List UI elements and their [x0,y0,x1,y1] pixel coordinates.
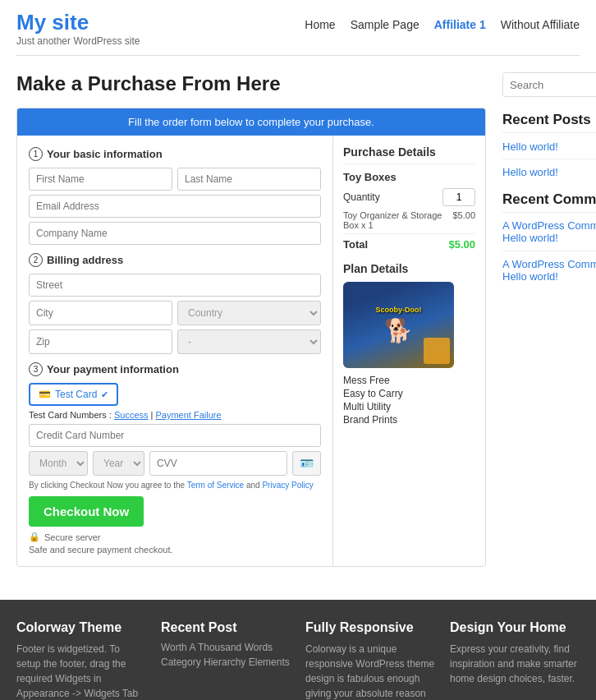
success-link[interactable]: Success [114,410,149,420]
nav-home[interactable]: Home [305,18,335,31]
test-card-label: Test Card [55,389,97,400]
form-header: Fill the order form below to complete yo… [17,108,485,136]
recent-post-link-2[interactable]: Hello world! [502,166,558,178]
purchase-title: Purchase Details [343,145,475,164]
step1-circle: 1 [29,147,43,161]
qty-input[interactable] [442,188,475,206]
nav-without-affiliate[interactable]: Without Affiliate [501,18,580,31]
card-type-row: 💳 Test Card ✔ [29,383,321,406]
city-country-row: Country [29,301,321,325]
form-body: 1 Your basic information [17,136,485,566]
footer-title-2: Recent Post [161,620,291,635]
city-input[interactable] [29,301,172,325]
step3-circle: 3 [29,362,43,376]
recent-post-1: Hello world! [502,140,596,159]
nav-affiliate1[interactable]: Affiliate 1 [434,18,486,31]
year-select[interactable]: Year [93,451,144,476]
total-row: Total $5.00 [343,233,475,251]
item-price: $5.00 [452,210,475,230]
recent-posts-section: Recent Posts Hello world! Hello world! [502,112,596,178]
basic-info-label: Your basic information [47,148,163,160]
test-card-info: Test Card Numbers : Success | Payment Fa… [29,410,321,420]
card-number-row [29,424,321,447]
feature-1: Mess Free [343,375,475,386]
recent-comments-title: Recent Comments [502,191,596,213]
lock-icon: 🔒 [29,532,40,542]
recent-post-link-1[interactable]: Hello world! [502,140,558,153]
comment-2: A WordPress Commenter on Hello world! [502,258,596,283]
footer-col-2: Recent Post Worth A Thousand Words Categ… [161,620,291,700]
footer-col-4: Design Your Home Express your creativity… [450,620,580,700]
and-text: and [246,481,260,490]
terms-row: By clicking Checkout Now you agree to th… [29,481,321,490]
comment-post-1[interactable]: Hello world! [502,232,558,244]
footer-link-2[interactable]: Category Hierarchy Elements [161,656,291,668]
search-input[interactable] [503,73,596,96]
footer-text-3: Colorway is a unique responsive WordPres… [305,642,435,700]
card-number-input[interactable] [29,424,321,447]
footer-title-3: Fully Responsive [305,620,435,635]
qty-row: Quantity [343,188,475,206]
company-input[interactable] [29,222,321,245]
test-card-text: Test Card Numbers : [29,410,112,420]
form-right: Purchase Details Toy Boxes Quantity Toy … [333,136,485,566]
feature-3: Multi Utility [343,401,475,412]
email-input[interactable] [29,195,321,218]
footer-col-3: Fully Responsive Colorway is a unique re… [305,620,435,700]
commenter-2[interactable]: A WordPress Commenter [502,258,596,270]
privacy-link[interactable]: Privacy Policy [262,481,313,490]
page-title: Make a Purchase From Here [16,72,486,95]
month-year-cvv-row: Month Year 🪪 [29,451,321,476]
failure-link[interactable]: Payment Failure [156,410,222,420]
footer-text-1: Footer is widgetized. To setup the foote… [16,642,146,700]
payment-label: Your payment information [47,363,179,375]
form-container: Fill the order form below to complete yo… [16,108,486,567]
product-image: Scooby-Doo! 🐕 [343,282,454,368]
scooby-text: Scooby-Doo! [376,306,422,314]
item-row: Toy Organizer & Storage Box x 1 $5.00 [343,210,475,230]
footer-text-4: Express your creativity, find inspiratio… [450,642,580,686]
cvv-input[interactable] [149,451,287,476]
month-select[interactable]: Month [29,451,88,476]
total-label: Total [343,238,368,251]
comment-1: A WordPress Commenter on Hello world! [502,219,596,251]
commenter-1[interactable]: A WordPress Commenter [502,219,596,232]
comment-post-2[interactable]: Hello world! [502,270,558,283]
box-accent [424,338,450,364]
search-box: 🔍 [502,72,596,97]
zip-extra-select[interactable]: - [177,329,321,354]
last-name-input[interactable] [177,168,321,191]
site-title: My site [16,10,140,35]
features-list: Mess Free Easy to Carry Multi Utility Br… [343,375,475,426]
footer-link-1[interactable]: Worth A Thousand Words [161,642,291,653]
street-input[interactable] [29,274,321,297]
header: My site Just another WordPress site Home… [0,0,596,55]
checkout-button[interactable]: Checkout Now [29,496,144,527]
footer: Colorway Theme Footer is widgetized. To … [0,600,596,700]
recent-posts-title: Recent Posts [502,112,596,133]
test-card-button[interactable]: 💳 Test Card ✔ [29,383,118,406]
footer-title-4: Design Your Home [450,620,580,635]
item-label: Toy Organizer & Storage Box x 1 [343,210,452,230]
first-name-input[interactable] [29,168,172,191]
terms-link[interactable]: Term of Service [187,481,244,490]
secure-row: 🔒 Secure server [29,532,321,542]
zip-input[interactable] [29,329,172,354]
feature-4: Brand Prints [343,414,475,426]
email-row [29,195,321,218]
left-area: Make a Purchase From Here Fill the order… [16,72,486,567]
recent-comments-section: Recent Comments A WordPress Commenter on… [502,191,596,283]
credit-card-icon: 💳 [39,389,51,400]
basic-info-header: 1 Your basic information [29,147,321,161]
billing-header: 2 Billing address [29,253,321,267]
form-left: 1 Your basic information [17,136,333,566]
payment-header: 3 Your payment information [29,362,321,376]
secure-label: Secure server [44,532,100,542]
country-select[interactable]: Country [177,301,321,325]
footer-col-1: Colorway Theme Footer is widgetized. To … [16,620,146,700]
zip-row: - [29,329,321,354]
company-row [29,222,321,245]
card-image-icon[interactable]: 🪪 [292,451,321,476]
nav-sample-page[interactable]: Sample Page [351,18,419,31]
name-row [29,168,321,191]
